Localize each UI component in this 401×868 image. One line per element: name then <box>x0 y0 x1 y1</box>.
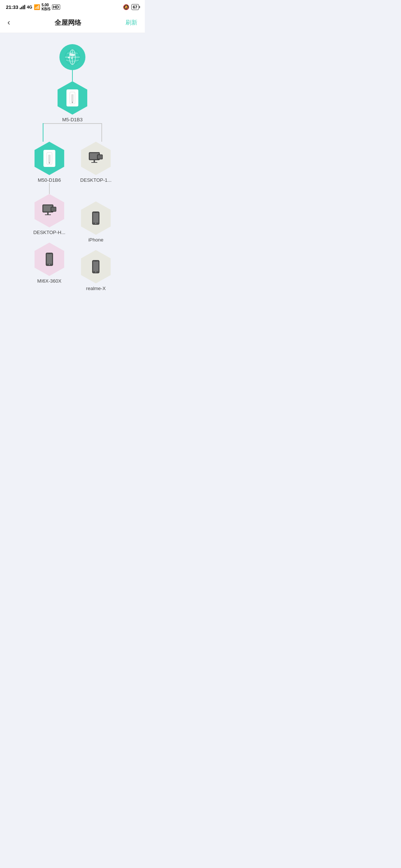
svg-rect-23 <box>91 162 97 163</box>
desktop1-node[interactable]: DESKTOP-1... <box>80 142 111 183</box>
desktop1-hex <box>81 142 111 175</box>
router-icon <box>66 89 78 106</box>
svg-rect-25 <box>98 155 102 159</box>
desktop-h-icon <box>42 204 57 217</box>
svg-rect-33 <box>95 261 97 262</box>
speed-display: 5.00KB/S <box>42 3 50 11</box>
status-bar: 21:33 4G 📶 5.00KB/S HD 🔕 67 <box>0 0 145 13</box>
globe-icon <box>64 49 81 65</box>
m50-branch: M50-D1B6 <box>33 142 65 284</box>
main-content: M5-D1B3 <box>0 33 145 336</box>
battery-level: 67 <box>133 5 137 9</box>
network-type: 4G <box>27 5 32 9</box>
svg-rect-22 <box>94 160 95 162</box>
svg-rect-29 <box>95 212 97 213</box>
hd-badge: HD <box>52 4 60 10</box>
svg-rect-17 <box>47 254 52 264</box>
svg-rect-15 <box>51 207 56 211</box>
wifi-icon: 📶 <box>34 4 40 10</box>
time-display: 21:33 <box>6 4 18 10</box>
signal-icon <box>20 5 25 9</box>
mi6x-label: MI6X-360X <box>37 278 61 284</box>
page-title: 全屋网络 <box>55 18 81 27</box>
desktop1-branch: DESKTOP-1... <box>80 142 111 291</box>
svg-point-28 <box>95 223 97 224</box>
svg-point-32 <box>95 272 97 273</box>
refresh-button[interactable]: 刷新 <box>125 19 137 27</box>
svg-point-18 <box>49 264 50 265</box>
internet-node[interactable] <box>59 44 85 70</box>
back-button[interactable]: ‹ <box>7 18 10 27</box>
m50-child-connector <box>49 183 50 194</box>
m50-router-icon <box>43 150 55 167</box>
branch-connector-area <box>28 123 117 142</box>
realme-hex <box>81 250 111 283</box>
mute-icon: 🔕 <box>123 4 129 10</box>
svg-rect-27 <box>93 213 98 223</box>
desktop1-label: DESKTOP-1... <box>80 177 111 183</box>
svg-rect-13 <box>45 214 51 215</box>
mi6x-hex <box>35 243 64 276</box>
status-right: 🔕 67 <box>123 4 139 10</box>
gateway-node[interactable]: M5-D1B3 <box>58 81 87 122</box>
svg-rect-8 <box>48 155 50 162</box>
page-header: ‹ 全屋网络 刷新 <box>0 13 145 33</box>
battery-indicator: 67 <box>131 4 139 10</box>
iphone-hex <box>81 201 111 235</box>
globe-gateway-connector <box>72 70 73 81</box>
iphone-node[interactable]: iPhone <box>81 201 111 243</box>
desktop-h-hex <box>35 194 64 227</box>
realme-phone-icon <box>92 260 100 273</box>
realme-node[interactable]: realme-X <box>81 250 111 291</box>
branch-h-line <box>43 123 102 124</box>
gateway-label: M5-D1B3 <box>62 117 83 122</box>
right-branch-connector <box>101 123 102 142</box>
svg-rect-5 <box>71 94 74 102</box>
level-1-nodes: M50-D1B6 <box>33 142 112 291</box>
m50-hex <box>35 142 64 175</box>
svg-rect-19 <box>48 253 50 254</box>
m50-node[interactable]: M50-D1B6 <box>35 142 64 183</box>
desktop1-icon <box>88 152 103 165</box>
realme-label: realme-X <box>86 286 106 291</box>
iphone-icon <box>92 211 100 225</box>
left-branch-connector <box>43 123 43 142</box>
svg-rect-12 <box>47 212 49 214</box>
iphone-label: iPhone <box>88 237 103 243</box>
desktop-h-node[interactable]: DESKTOP-H... <box>33 194 65 235</box>
svg-rect-31 <box>93 262 98 271</box>
mi6x-node[interactable]: MI6X-360X <box>35 243 64 284</box>
svg-point-9 <box>49 162 50 164</box>
svg-point-6 <box>72 102 73 103</box>
mi6x-phone-icon <box>45 253 53 266</box>
m50-label: M50-D1B6 <box>38 177 61 183</box>
desktop-h-label: DESKTOP-H... <box>33 230 65 235</box>
gateway-hex <box>58 81 87 115</box>
network-tree: M5-D1B3 <box>0 40 145 321</box>
status-left: 21:33 4G 📶 5.00KB/S HD <box>6 3 60 11</box>
